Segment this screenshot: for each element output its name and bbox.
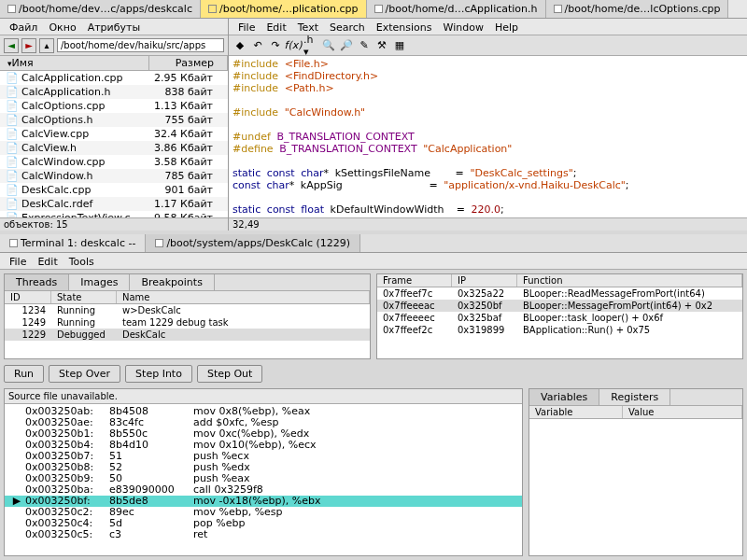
tab-variables[interactable]: Variables: [529, 389, 599, 405]
file-icon: 📄: [6, 128, 19, 140]
file-icon: 📄: [6, 86, 19, 98]
file-icon: 📄: [6, 156, 19, 168]
window-tab-bar: /boot/home/dev…c/apps/deskcalc /boot/hom…: [0, 0, 747, 19]
thread-row[interactable]: 1229DebuggedDeskCalc: [5, 329, 370, 341]
variables-body[interactable]: [529, 419, 742, 555]
menu-window[interactable]: Window: [438, 21, 489, 33]
frame-row[interactable]: 0x7ffeef2c0x319899BApplication::Run() + …: [377, 324, 742, 336]
file-row[interactable]: 📄CalcOptions.cpp1.13 Кбайт: [0, 99, 228, 113]
editor-status: 32,49: [229, 217, 747, 231]
col-id[interactable]: ID: [5, 291, 51, 303]
menu-help[interactable]: Help: [489, 21, 524, 33]
tab-registers[interactable]: Registers: [599, 389, 670, 405]
file-row[interactable]: 📄CalcOptions.h755 байт: [0, 113, 228, 127]
file-row[interactable]: 📄CalcView.h3.86 Кбайт: [0, 141, 228, 155]
col-state[interactable]: State: [51, 291, 117, 303]
undo-icon[interactable]: ↶: [250, 38, 265, 53]
run-icon[interactable]: ▦: [392, 38, 407, 53]
thread-row[interactable]: 1249Runningteam 1229 debug task: [5, 316, 370, 329]
source-unavailable: Source file unavailable.: [5, 389, 522, 404]
step-into-button[interactable]: Step Into: [125, 365, 192, 383]
file-icon: 📄: [6, 170, 19, 182]
frame-row[interactable]: 0x7ffeeeac0x3250bfBLooper::MessageFromPo…: [377, 300, 742, 312]
file-row[interactable]: 📄CalcApplication.cpp2.95 Кбайт: [0, 71, 228, 85]
debugger-menu-bar: File Edit Tools: [0, 253, 747, 270]
path-input[interactable]: [57, 38, 224, 52]
file-icon: 📄: [6, 142, 19, 154]
menu-edit[interactable]: Edit: [261, 21, 291, 33]
debugger-tabs: Terminal 1: deskcalc -- /boot/system/app…: [0, 234, 747, 253]
menu-edit[interactable]: Edit: [32, 255, 63, 267]
file-row[interactable]: 📄CalcWindow.cpp3.58 Кбайт: [0, 155, 228, 169]
threads-panel: Threads Images Breakpoints ID State Name…: [4, 273, 371, 359]
find-next-icon[interactable]: 🔎: [339, 38, 354, 53]
file-status: объектов: 15: [0, 217, 228, 231]
window-tab[interactable]: /boot/home/d…cApplication.h: [367, 0, 546, 18]
editor-panel: File Edit Text Search Extensions Window …: [229, 19, 747, 231]
tab-terminal[interactable]: Terminal 1: deskcalc --: [0, 234, 146, 252]
col-variable[interactable]: Variable: [529, 406, 623, 418]
window-tab[interactable]: /boot/home/dev…c/apps/deskcalc: [0, 0, 201, 18]
file-menu-bar: Файл Окно Атрибуты: [0, 19, 228, 35]
menu-extensions[interactable]: Extensions: [371, 21, 438, 33]
header-icon[interactable]: .h ▾: [303, 38, 318, 53]
tab-threads[interactable]: Threads: [5, 274, 69, 290]
file-icon: 📄: [6, 100, 19, 112]
file-row[interactable]: 📄CalcView.cpp32.4 Кбайт: [0, 127, 228, 141]
tab-breakpoints[interactable]: Breakpoints: [130, 274, 215, 290]
tab-images[interactable]: Images: [69, 274, 130, 290]
file-browser: Файл Окно Атрибуты ◄ ► ▴ ▾Имя Размер 📄Ca…: [0, 19, 229, 231]
col-name[interactable]: Name: [117, 291, 370, 303]
thread-row[interactable]: 1234Runningw>DeskCalc: [5, 304, 370, 316]
frame-row[interactable]: 0x7ffeeeec0x325bafBLooper::task_looper()…: [377, 312, 742, 324]
step-out-button[interactable]: Step Out: [197, 365, 263, 383]
disassembly-list[interactable]: 0x003250ab:8b4508mov 0x8(%ebp), %eax0x00…: [5, 404, 522, 555]
col-name[interactable]: ▾Имя: [0, 56, 149, 70]
file-icon: 📄: [6, 72, 19, 84]
fn-icon[interactable]: f(x): [286, 38, 301, 53]
pencil-icon[interactable]: ✎: [357, 38, 372, 53]
window-tab[interactable]: /boot/home/…plication.cpp: [201, 0, 367, 18]
code-area[interactable]: #include <File.h> #include <FindDirector…: [229, 56, 747, 217]
build-icon[interactable]: ⚒: [374, 38, 389, 53]
back-button[interactable]: ◄: [4, 38, 19, 53]
file-icon: 📄: [6, 198, 19, 210]
disassembly-panel: Source file unavailable. 0x003250ab:8b45…: [4, 388, 523, 556]
file-row[interactable]: 📄CalcWindow.h785 байт: [0, 169, 228, 183]
disasm-row[interactable]: 0x003250c5:c3ret: [5, 529, 522, 540]
menu-search[interactable]: Search: [324, 21, 371, 33]
menu-file[interactable]: File: [4, 255, 32, 267]
forward-button[interactable]: ►: [21, 38, 36, 53]
save-icon[interactable]: ◆: [233, 38, 247, 53]
file-list[interactable]: 📄CalcApplication.cpp2.95 Кбайт📄CalcAppli…: [0, 71, 228, 217]
debugger-body: Threads Images Breakpoints ID State Name…: [0, 270, 747, 560]
col-size[interactable]: Размер: [149, 56, 228, 70]
menu-file[interactable]: Файл: [4, 21, 43, 33]
tab-debugger[interactable]: /boot/system/apps/DeskCalc (1229): [146, 234, 360, 252]
up-button[interactable]: ▴: [39, 38, 54, 53]
top-pane: Файл Окно Атрибуты ◄ ► ▴ ▾Имя Размер 📄Ca…: [0, 19, 747, 231]
redo-icon[interactable]: ↷: [268, 38, 283, 53]
file-row[interactable]: 📄DeskCalc.cpp901 байт: [0, 183, 228, 197]
find-icon[interactable]: 🔍: [321, 38, 336, 53]
file-icon: 📄: [6, 114, 19, 126]
frame-row[interactable]: 0x7ffeef7c0x325a22BLooper::ReadMessageFr…: [377, 287, 742, 300]
debugger-window: Terminal 1: deskcalc -- /boot/system/app…: [0, 231, 747, 560]
col-frame[interactable]: Frame: [377, 274, 452, 287]
file-row[interactable]: 📄ExpressionTextView.c…9.58 Кбайт: [0, 211, 228, 217]
menu-file[interactable]: File: [233, 21, 261, 33]
editor-toolbar: ◆ ↶ ↷ f(x) .h ▾ 🔍 🔎 ✎ ⚒ ▦: [229, 35, 747, 56]
menu-text[interactable]: Text: [292, 21, 324, 33]
file-row[interactable]: 📄CalcApplication.h838 байт: [0, 85, 228, 99]
col-value[interactable]: Value: [623, 406, 742, 418]
col-ip[interactable]: IP: [452, 274, 517, 287]
menu-tools[interactable]: Tools: [63, 255, 100, 267]
window-tab[interactable]: /boot/home/de…lcOptions.cpp: [546, 0, 729, 18]
step-over-button[interactable]: Step Over: [49, 365, 120, 383]
menu-window[interactable]: Окно: [43, 21, 81, 33]
file-row[interactable]: 📄DeskCalc.rdef1.17 Кбайт: [0, 197, 228, 211]
run-button[interactable]: Run: [4, 365, 44, 383]
col-function[interactable]: Function: [517, 274, 742, 287]
menu-attributes[interactable]: Атрибуты: [82, 21, 146, 33]
file-col-headers: ▾Имя Размер: [0, 56, 228, 71]
